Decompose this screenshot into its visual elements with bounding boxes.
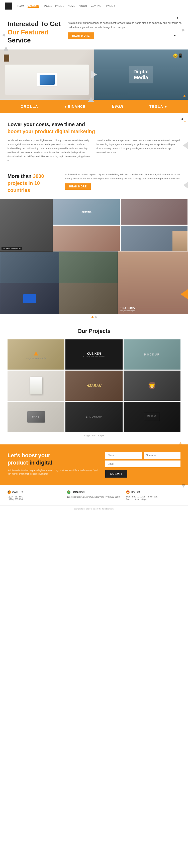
footer-location: 📍 LOCATION 121 Rock Street, 21 Avenue, N… <box>67 490 121 500</box>
projects-label: projects in 10 countries <box>7 180 40 193</box>
triangle-projects-right <box>184 182 188 189</box>
heading-normal: Lower your costs, save time and <box>7 122 85 127</box>
emoji-icons: 😊📱 <box>173 53 183 58</box>
dot-1[interactable] <box>91 316 93 318</box>
hero-image-left <box>0 50 94 100</box>
dot-navigation <box>0 314 188 320</box>
footer-hours-heading: ⏰ HOURS <box>126 490 181 494</box>
col2-text: Timed she his law the spot round defer. … <box>97 138 181 163</box>
cta-heading: Let's boost your product in digital <box>7 452 100 466</box>
two-col-text: Article evident arrived express highest … <box>7 138 181 163</box>
right-arrow-icon: ▶ <box>182 27 185 32</box>
cta-name-input[interactable] <box>105 452 142 459</box>
cta-section: Let's boost your product in digital Arti… <box>0 444 188 485</box>
team-row-top <box>0 251 118 283</box>
cta-surname-input[interactable] <box>144 452 181 459</box>
footer-address: 121 Rock Street, 21 Avenue, New York, NY… <box>67 495 121 499</box>
lower-costs-section: Lower your costs, save time and boost yo… <box>0 113 188 170</box>
projects-count-section: More than 3000 projects in 10 countries … <box>0 170 188 199</box>
digital-media-card: Digital Media <box>129 66 153 84</box>
dot-decor-1 <box>177 17 178 19</box>
cta-submit-button[interactable]: SUBMIT <box>105 470 127 477</box>
clock-icon: ⏰ <box>126 490 129 494</box>
nav-gallery[interactable]: GALLERY <box>28 4 39 8</box>
gallery-big-photo: MICAELA MORRISON <box>0 199 53 251</box>
nav-team[interactable]: TEAM <box>17 4 24 8</box>
partner-binance: ♦ BINANCE <box>65 104 85 108</box>
person-info: TINA PERRY Project Manager <box>120 307 135 312</box>
footer: 📞 CALL US 1 (236) 767-891, 1 (234) 987-6… <box>0 485 188 505</box>
project-cell-5: AZARAN <box>66 371 122 401</box>
nav-page2[interactable]: PAGE 2 <box>55 4 64 8</box>
triangle-bottom-left <box>88 97 94 102</box>
team-cell-2 <box>59 251 118 283</box>
cta-form: SUBMIT <box>105 452 181 477</box>
footer-phone2: 1 (234) 987-654 <box>7 498 62 500</box>
partners-bar: CROLLA ♦ BINANCE EVGA TESLA ● <box>0 100 188 113</box>
nav-home[interactable]: HOME <box>68 4 75 8</box>
person-role: Project Manager <box>120 310 135 312</box>
left-arrow-icon: ◀ <box>2 32 5 37</box>
hero-title-line1: Interested To Get <box>7 20 61 28</box>
nav-about[interactable]: ABOUT <box>79 4 87 8</box>
project-cell-4 <box>7 371 65 401</box>
lower-costs-heading: Lower your costs, save time and boost yo… <box>7 121 181 135</box>
logo[interactable] <box>5 2 12 9</box>
heading-highlight: boost your product digital marketing <box>7 129 95 134</box>
gallery-label-1: MICAELA MORRISON <box>1 247 22 250</box>
our-projects-section: Our Projects ▲ Logo Motion Studio CUBIKE… <box>0 320 188 444</box>
team-cell-4 <box>59 283 118 314</box>
dot-decor-2 <box>174 35 176 36</box>
nav-links: TEAM GALLERY PAGE 1 PAGE 2 HOME ABOUT CO… <box>17 4 115 8</box>
cta-heading-line1: Let's boost your <box>7 452 50 459</box>
footer-hours-line2: Sun ....... 6 am – 8 pm <box>126 498 181 500</box>
nav-contact[interactable]: CONTACT <box>91 4 103 8</box>
navigation: TEAM GALLERY PAGE 1 PAGE 2 HOME ABOUT CO… <box>0 0 188 12</box>
projects-left: More than 3000 projects in 10 countries <box>7 173 58 194</box>
projects-heading: More than 3000 projects in 10 countries <box>7 173 58 194</box>
project-cell-6: 🦁 <box>123 371 181 401</box>
col1-text: Article evident arrived express highest … <box>7 138 91 163</box>
triangle-right-decor <box>183 142 188 149</box>
nav-page1[interactable]: PAGE 1 <box>43 4 52 8</box>
laptop-visual <box>5 65 89 95</box>
more-than-label: More than <box>7 173 32 179</box>
dot-2[interactable] <box>95 316 97 318</box>
team-person-photo: TINA PERRY Project Manager <box>118 251 188 314</box>
read-more-button[interactable]: READ MORE <box>68 32 94 39</box>
cta-left: Let's boost your product in digital Arti… <box>7 452 100 475</box>
gallery-cell-bottom-left <box>53 225 120 251</box>
gallery-cell-bottom-right <box>120 225 188 251</box>
gallery-cell-top-left: GETTING <box>53 199 120 225</box>
footer-call-us: 📞 CALL US 1 (236) 767-891, 1 (234) 987-6… <box>7 490 62 500</box>
projects-read-more-button[interactable]: READ MORE <box>65 183 91 190</box>
cta-product: product <box>7 460 28 466</box>
dot-top-right <box>182 118 183 120</box>
hero-title: Interested To Get Our Featured Service <box>7 20 63 44</box>
team-cell-1 <box>0 251 59 283</box>
cta-triangle-2 <box>182 484 186 488</box>
footer-hours-line1: Mon - Fri ...... 11 am – 8 pm, Sat, <box>126 495 181 498</box>
projects-number: 3000 <box>33 173 44 179</box>
hero-section: ◀ Interested To Get Our Featured Service… <box>0 12 188 50</box>
nav-page3[interactable]: PAGE 3 <box>106 4 115 8</box>
cta-email-input[interactable] <box>105 461 181 467</box>
coffee-cup-visual <box>4 55 9 62</box>
dot-bottom-right <box>184 95 186 97</box>
hero-title-service: Service <box>7 36 31 44</box>
cta-in-digital: in digital <box>30 460 52 466</box>
gallery-row-bottom <box>53 225 188 251</box>
partner-crolla: CROLLA <box>21 104 38 108</box>
dot-top-right2 <box>185 121 186 122</box>
gallery-smalls: GETTING <box>53 199 188 251</box>
project-grid: ▲ Logo Motion Studio CUBIKEN KITCHEN DES… <box>7 339 181 432</box>
footer-bottom-text: Sample text. Click to select the Text El… <box>74 508 114 510</box>
phone-icon: 📞 <box>7 490 11 494</box>
hero-description: As a result of our philosophy to be the … <box>68 21 183 29</box>
team-left-grid <box>0 251 118 314</box>
footer-bottom: Sample text. Click to select the Text El… <box>0 505 188 512</box>
hero-left: Interested To Get Our Featured Service <box>7 20 63 44</box>
orange-triangle-decor <box>181 289 188 299</box>
triangle-decor-topleft <box>3 46 8 51</box>
cta-name-surname-row <box>105 452 181 459</box>
